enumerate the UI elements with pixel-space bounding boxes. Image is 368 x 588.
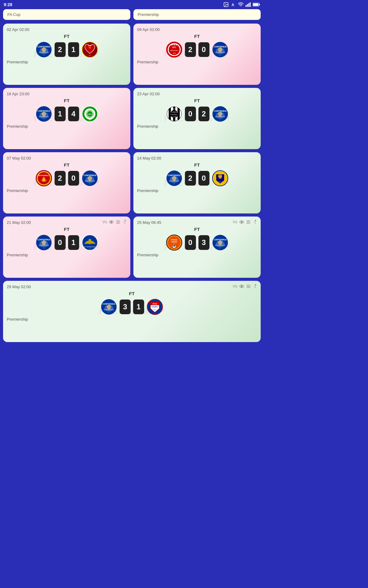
list-icon[interactable] — [246, 284, 251, 289]
match-date: 09 Apr 02:00 — [137, 27, 257, 32]
svg-text:ST MIRREN: ST MIRREN — [170, 111, 178, 113]
league-label: Premiership — [137, 124, 257, 129]
svg-text:1877: 1877 — [172, 108, 176, 110]
match-card: PREMIERSHIP 02 Apr 02:00 FT CONFIDEMUS K… — [3, 24, 130, 85]
signal-icon — [245, 2, 251, 7]
svg-point-96 — [241, 221, 242, 223]
svg-rect-66 — [43, 178, 45, 179]
away-score: 2 — [198, 107, 209, 121]
vs-label[interactable]: Vs — [102, 220, 107, 224]
ft-label: FT — [137, 162, 257, 168]
match-row: CONFIDEMUS KILMARNOCK FC 2 1 H·M FC 1874 — [7, 41, 127, 58]
vs-label[interactable]: Vs — [233, 220, 237, 224]
home-team-logo: CONFIDEMUS KILMARNOCK FC — [36, 41, 52, 58]
svg-text:CFC: CFC — [88, 113, 92, 115]
svg-text:1888: 1888 — [88, 119, 91, 121]
list-icon[interactable] — [246, 220, 251, 224]
vs-label[interactable]: Vs — [233, 284, 237, 289]
match-row: CONFIDEMUS KILMARNOCK FC 3 1 ROSS COUNTY… — [7, 299, 257, 315]
away-score: 1 — [133, 300, 144, 314]
away-score: 4 — [68, 107, 79, 121]
status-bar: 9:28 A — [0, 0, 264, 9]
match-date: 02 Apr 02:00 — [7, 27, 127, 32]
svg-text:FC: FC — [219, 119, 221, 120]
runner-icon[interactable] — [122, 220, 127, 224]
ft-label: FT — [7, 227, 127, 232]
away-team-logo: CFC 1888 — [82, 106, 98, 122]
svg-rect-9 — [259, 4, 260, 5]
match-row: DUNDEE UNITED FC 0 3 CONFIDEMUS KILMARNO… — [137, 234, 257, 251]
svg-text:FC: FC — [154, 309, 156, 311]
match-card: PREMIERSHIP 16 Apr 23:00 FT CONFIDEMUS K… — [3, 88, 130, 149]
league-label: Premiership — [7, 124, 127, 129]
ft-label: FT — [137, 98, 257, 103]
eye-icon[interactable] — [239, 220, 244, 224]
svg-text:CONFIDEMUS: CONFIDEMUS — [37, 110, 50, 112]
home-score: 2 — [185, 171, 196, 186]
svg-point-1 — [225, 3, 225, 4]
ft-label: FT — [7, 98, 127, 103]
svg-text:CONFIDEMUS: CONFIDEMUS — [83, 174, 96, 176]
away-score: 1 — [68, 42, 79, 57]
league-label: Premiership — [7, 253, 127, 257]
ft-label: FT — [7, 34, 127, 39]
ft-label: FT — [7, 291, 257, 296]
tab-premiership[interactable]: Premiership — [133, 9, 261, 20]
league-label: Premiership — [7, 317, 257, 322]
svg-rect-6 — [248, 3, 249, 7]
match-card: Vs PREMIERSHIP 29 May 02:00 FT CONFIDEMU… — [3, 281, 261, 342]
svg-text:FC: FC — [43, 119, 44, 120]
svg-text:CLUB: CLUB — [172, 116, 176, 118]
list-icon[interactable] — [116, 220, 121, 224]
image-icon — [223, 2, 229, 7]
svg-text:FC: FC — [219, 248, 221, 249]
away-score: 0 — [198, 42, 209, 57]
battery-icon — [253, 2, 260, 7]
runner-icon[interactable] — [253, 284, 258, 289]
svg-rect-10 — [253, 3, 258, 6]
away-team-logo: ST JOHNSTONE FC — [82, 234, 98, 251]
match-row: ST MIRREN FOOTBALL CLUB 1877 0 2 CONFIDE… — [137, 106, 257, 122]
match-actions[interactable]: Vs — [102, 220, 127, 224]
svg-text:A: A — [232, 3, 234, 7]
eye-icon[interactable] — [109, 220, 114, 224]
home-team-logo: ST MIRREN FOOTBALL CLUB 1877 — [166, 106, 182, 122]
eye-icon[interactable] — [239, 284, 244, 289]
home-team-logo: CONFIDEMUS KILMARNOCK FC — [36, 234, 52, 251]
svg-text:1874: 1874 — [88, 55, 91, 56]
home-score: 0 — [185, 235, 196, 250]
svg-text:ABERDEEN: ABERDEEN — [170, 50, 178, 51]
home-team-logo: AFC ABERDEEN ★ ★ ★ 1903 — [166, 41, 182, 58]
away-team-logo: 🦁 LFC — [212, 170, 228, 187]
svg-text:🦁: 🦁 — [217, 174, 223, 179]
away-team-logo: CONFIDEMUS KILMARNOCK FC — [212, 234, 228, 251]
matches-grid: PREMIERSHIP 02 Apr 02:00 FT CONFIDEMUS K… — [0, 21, 264, 345]
runner-icon[interactable] — [253, 220, 258, 224]
tab-fa-cup[interactable]: FA Cup — [3, 9, 130, 20]
away-score: 1 — [68, 235, 79, 250]
match-card: PREMIERSHIP 09 Apr 02:00 FT AFC ABERDEEN… — [133, 24, 261, 85]
svg-point-81 — [111, 221, 112, 223]
match-row: AFC ABERDEEN ★ ★ ★ 1903 2 0 CONFIDEMUS K… — [137, 41, 257, 58]
home-score: 0 — [55, 235, 66, 250]
home-score: 2 — [55, 42, 66, 57]
league-label: Premiership — [7, 188, 127, 193]
svg-point-113 — [241, 286, 242, 287]
match-actions[interactable]: Vs — [233, 220, 258, 224]
a-icon: A — [231, 2, 236, 7]
svg-point-3 — [240, 6, 241, 6]
match-date: 16 Apr 23:00 — [7, 92, 127, 96]
match-actions[interactable]: Vs — [233, 284, 258, 289]
svg-text:CONFIDEMUS: CONFIDEMUS — [37, 46, 50, 48]
svg-text:COUNTY: COUNTY — [152, 306, 159, 308]
svg-text:AFC: AFC — [172, 46, 176, 48]
svg-text:UNITED: UNITED — [171, 241, 177, 243]
match-card: PREMIERSHIP 07 May 02:00 FT MOTHERWELL F… — [3, 152, 130, 213]
svg-text:DUNDEE: DUNDEE — [171, 239, 178, 241]
svg-text:LFC: LFC — [219, 181, 221, 183]
home-team-logo: MOTHERWELL FC EST. 1886 — [36, 170, 52, 187]
home-score: 2 — [55, 171, 66, 186]
home-score: 2 — [185, 42, 196, 57]
svg-rect-5 — [247, 4, 248, 7]
match-date: 07 May 02:00 — [7, 156, 127, 160]
